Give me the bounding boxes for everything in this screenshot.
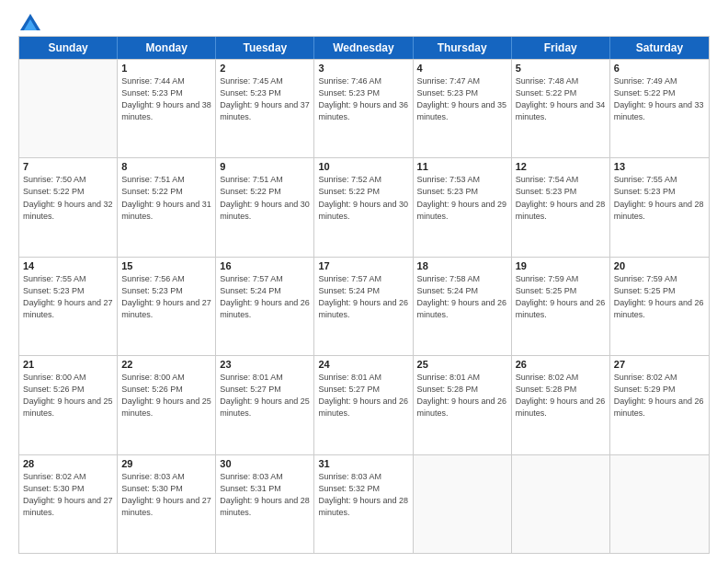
weekday-header: Monday — [118, 37, 216, 59]
logo — [18, 14, 40, 27]
day-number: 12 — [516, 161, 606, 172]
day-info: Sunrise: 7:52 AMSunset: 5:22 PMDaylight:… — [318, 174, 408, 222]
calendar-cell: 14Sunrise: 7:55 AMSunset: 5:23 PMDayligh… — [19, 258, 118, 355]
calendar-cell: 24Sunrise: 8:01 AMSunset: 5:27 PMDayligh… — [314, 356, 413, 454]
day-number: 22 — [121, 359, 211, 370]
day-number: 13 — [614, 161, 705, 172]
day-number: 23 — [220, 359, 310, 370]
day-info: Sunrise: 8:01 AMSunset: 5:28 PMDaylight:… — [417, 372, 507, 419]
day-number: 1 — [121, 63, 211, 74]
day-number: 6 — [614, 63, 705, 74]
day-number: 19 — [516, 260, 606, 271]
calendar-cell: 19Sunrise: 7:59 AMSunset: 5:25 PMDayligh… — [512, 258, 610, 355]
calendar-cell: 6Sunrise: 7:49 AMSunset: 5:22 PMDaylight… — [610, 60, 709, 157]
calendar-cell: 31Sunrise: 8:03 AMSunset: 5:32 PMDayligh… — [314, 455, 413, 553]
calendar-cell — [610, 455, 709, 553]
weekday-header: Wednesday — [314, 37, 413, 59]
weekday-header: Saturday — [610, 37, 709, 59]
day-info: Sunrise: 7:56 AMSunset: 5:23 PMDaylight:… — [121, 273, 211, 321]
calendar-cell: 2Sunrise: 7:45 AMSunset: 5:23 PMDaylight… — [216, 60, 314, 157]
calendar-cell: 10Sunrise: 7:52 AMSunset: 5:22 PMDayligh… — [314, 158, 413, 256]
calendar-cell: 28Sunrise: 8:02 AMSunset: 5:30 PMDayligh… — [19, 455, 118, 553]
calendar-cell: 30Sunrise: 8:03 AMSunset: 5:31 PMDayligh… — [216, 455, 314, 553]
day-info: Sunrise: 7:49 AMSunset: 5:22 PMDaylight:… — [614, 75, 705, 123]
weekday-header: Thursday — [414, 37, 512, 59]
day-info: Sunrise: 8:03 AMSunset: 5:30 PMDaylight:… — [121, 471, 211, 519]
day-number: 10 — [318, 161, 408, 172]
day-number: 25 — [417, 359, 507, 370]
day-info: Sunrise: 7:54 AMSunset: 5:23 PMDaylight:… — [516, 174, 606, 222]
calendar-cell: 29Sunrise: 8:03 AMSunset: 5:30 PMDayligh… — [118, 455, 216, 553]
calendar-cell: 8Sunrise: 7:51 AMSunset: 5:22 PMDaylight… — [118, 158, 216, 256]
day-info: Sunrise: 7:51 AMSunset: 5:22 PMDaylight:… — [220, 174, 310, 222]
calendar-header-row: SundayMondayTuesdayWednesdayThursdayFrid… — [19, 37, 709, 59]
day-number: 24 — [318, 359, 408, 370]
day-info: Sunrise: 7:46 AMSunset: 5:23 PMDaylight:… — [318, 75, 408, 123]
calendar-cell: 5Sunrise: 7:48 AMSunset: 5:22 PMDaylight… — [512, 60, 610, 157]
calendar-cell: 25Sunrise: 8:01 AMSunset: 5:28 PMDayligh… — [414, 356, 512, 454]
day-info: Sunrise: 7:55 AMSunset: 5:23 PMDaylight:… — [614, 174, 705, 222]
calendar-week: 21Sunrise: 8:00 AMSunset: 5:26 PMDayligh… — [19, 355, 709, 454]
day-info: Sunrise: 7:53 AMSunset: 5:23 PMDaylight:… — [417, 174, 507, 222]
page: SundayMondayTuesdayWednesdayThursdayFrid… — [0, 0, 728, 563]
day-number: 2 — [220, 63, 310, 74]
calendar-cell: 7Sunrise: 7:50 AMSunset: 5:22 PMDaylight… — [19, 158, 118, 256]
calendar-body: 1Sunrise: 7:44 AMSunset: 5:23 PMDaylight… — [19, 59, 709, 553]
day-number: 3 — [318, 63, 408, 74]
header — [18, 14, 710, 27]
day-info: Sunrise: 8:01 AMSunset: 5:27 PMDaylight:… — [220, 372, 310, 419]
logo-icon — [20, 14, 40, 30]
calendar-cell — [19, 60, 118, 157]
day-number: 27 — [614, 359, 705, 370]
day-number: 29 — [121, 458, 211, 469]
day-info: Sunrise: 7:55 AMSunset: 5:23 PMDaylight:… — [23, 273, 113, 321]
calendar-cell: 21Sunrise: 8:00 AMSunset: 5:26 PMDayligh… — [19, 356, 118, 454]
day-number: 5 — [516, 63, 606, 74]
weekday-header: Tuesday — [216, 37, 314, 59]
calendar-week: 1Sunrise: 7:44 AMSunset: 5:23 PMDaylight… — [19, 59, 709, 157]
calendar: SundayMondayTuesdayWednesdayThursdayFrid… — [18, 36, 710, 554]
day-number: 4 — [417, 63, 507, 74]
calendar-cell: 16Sunrise: 7:57 AMSunset: 5:24 PMDayligh… — [216, 258, 314, 355]
calendar-cell: 15Sunrise: 7:56 AMSunset: 5:23 PMDayligh… — [118, 258, 216, 355]
calendar-cell: 13Sunrise: 7:55 AMSunset: 5:23 PMDayligh… — [610, 158, 709, 256]
day-number: 15 — [121, 260, 211, 271]
day-number: 30 — [220, 458, 310, 469]
day-info: Sunrise: 7:50 AMSunset: 5:22 PMDaylight:… — [23, 174, 113, 222]
weekday-header: Friday — [512, 37, 610, 59]
day-info: Sunrise: 7:51 AMSunset: 5:22 PMDaylight:… — [121, 174, 211, 222]
calendar-cell: 4Sunrise: 7:47 AMSunset: 5:23 PMDaylight… — [414, 60, 512, 157]
calendar-cell: 11Sunrise: 7:53 AMSunset: 5:23 PMDayligh… — [414, 158, 512, 256]
day-info: Sunrise: 7:44 AMSunset: 5:23 PMDaylight:… — [121, 75, 211, 123]
day-info: Sunrise: 7:59 AMSunset: 5:25 PMDaylight:… — [614, 273, 705, 321]
day-number: 17 — [318, 260, 408, 271]
calendar-cell: 1Sunrise: 7:44 AMSunset: 5:23 PMDaylight… — [118, 60, 216, 157]
day-number: 16 — [220, 260, 310, 271]
calendar-week: 7Sunrise: 7:50 AMSunset: 5:22 PMDaylight… — [19, 157, 709, 256]
weekday-header: Sunday — [19, 37, 118, 59]
day-info: Sunrise: 7:58 AMSunset: 5:24 PMDaylight:… — [417, 273, 507, 321]
day-info: Sunrise: 7:47 AMSunset: 5:23 PMDaylight:… — [417, 75, 507, 123]
day-info: Sunrise: 7:57 AMSunset: 5:24 PMDaylight:… — [318, 273, 408, 321]
day-info: Sunrise: 8:03 AMSunset: 5:31 PMDaylight:… — [220, 471, 310, 519]
calendar-cell: 3Sunrise: 7:46 AMSunset: 5:23 PMDaylight… — [314, 60, 413, 157]
calendar-cell: 26Sunrise: 8:02 AMSunset: 5:28 PMDayligh… — [512, 356, 610, 454]
day-number: 31 — [318, 458, 408, 469]
calendar-cell: 17Sunrise: 7:57 AMSunset: 5:24 PMDayligh… — [314, 258, 413, 355]
day-info: Sunrise: 8:01 AMSunset: 5:27 PMDaylight:… — [318, 372, 408, 419]
day-info: Sunrise: 7:59 AMSunset: 5:25 PMDaylight:… — [516, 273, 606, 321]
day-number: 20 — [614, 260, 705, 271]
calendar-cell — [414, 455, 512, 553]
day-number: 28 — [23, 458, 113, 469]
day-info: Sunrise: 8:02 AMSunset: 5:28 PMDaylight:… — [516, 372, 606, 419]
calendar-cell: 18Sunrise: 7:58 AMSunset: 5:24 PMDayligh… — [414, 258, 512, 355]
day-number: 26 — [516, 359, 606, 370]
calendar-cell — [512, 455, 610, 553]
day-info: Sunrise: 8:03 AMSunset: 5:32 PMDaylight:… — [318, 471, 408, 519]
calendar-cell: 12Sunrise: 7:54 AMSunset: 5:23 PMDayligh… — [512, 158, 610, 256]
calendar-cell: 22Sunrise: 8:00 AMSunset: 5:26 PMDayligh… — [118, 356, 216, 454]
calendar-cell: 27Sunrise: 8:02 AMSunset: 5:29 PMDayligh… — [610, 356, 709, 454]
calendar-week: 14Sunrise: 7:55 AMSunset: 5:23 PMDayligh… — [19, 257, 709, 355]
day-number: 21 — [23, 359, 113, 370]
day-number: 8 — [121, 161, 211, 172]
